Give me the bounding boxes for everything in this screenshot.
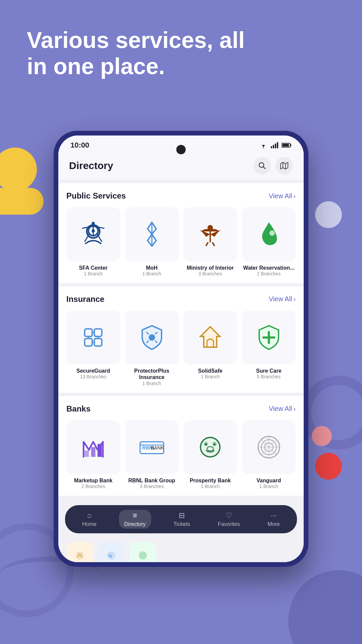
peek-item-3[interactable] <box>129 542 156 562</box>
ministry-icon <box>194 218 226 250</box>
decorative-circle-bottom-right <box>288 570 362 644</box>
search-button[interactable] <box>253 157 271 174</box>
service-item-solidsafe[interactable]: SolidSafe 1 Branch <box>183 311 237 386</box>
service-item-sure-care[interactable]: Sure Care 5 Branches <box>242 311 296 386</box>
moh-icon <box>136 218 168 250</box>
app-header: Directory <box>58 152 304 180</box>
vanguard-branches: 1 Branch <box>259 484 278 489</box>
solidsafe-branches: 1 Branch <box>201 374 220 379</box>
rbnl-icon: RBNL BANK <box>136 431 168 463</box>
nav-item-directory[interactable]: ≡ Directory <box>119 510 151 529</box>
service-item-protectorplus[interactable]: ProtectorPlus Insurance 1 Branch <box>125 311 179 386</box>
ministry-name: Ministry of Interior <box>187 265 234 271</box>
solidsafe-icon <box>194 321 226 354</box>
marketup-branches: 2 Branches <box>81 484 105 489</box>
service-item-secureguard[interactable]: SecureGuard 13 Branches <box>66 311 120 386</box>
marketup-icon <box>77 431 109 463</box>
svg-point-43 <box>200 437 220 457</box>
status-bar: 10:00 <box>58 136 304 152</box>
sure-care-name: Sure Care <box>256 368 282 374</box>
svg-point-20 <box>269 230 275 236</box>
service-item-vanguard[interactable]: Vanguard 1 Branch <box>242 420 296 489</box>
more-label: More <box>267 521 280 527</box>
svg-rect-36 <box>85 450 89 457</box>
scroll-content: Public Services View All › <box>58 180 304 502</box>
banks-view-all[interactable]: View All › <box>269 405 296 413</box>
peek-item-1[interactable] <box>66 542 93 562</box>
rbnl-name: RBNL Bank Group <box>128 477 175 484</box>
svg-point-47 <box>214 443 216 445</box>
service-item-rbnl[interactable]: RBNL BANK RBNL Bank Group 3 Branches <box>125 420 179 489</box>
svg-rect-37 <box>91 447 96 457</box>
home-label: Home <box>82 521 97 527</box>
decorative-ring <box>302 376 362 449</box>
peek-item-2[interactable]: iQ <box>98 542 125 562</box>
more-icon: ··· <box>270 511 277 520</box>
service-item-sfa-center[interactable]: SFA Center 1 Branch <box>66 207 120 276</box>
service-item-water[interactable]: Water Reservation... 2 Branches <box>242 207 296 276</box>
status-icons <box>259 142 292 148</box>
svg-point-56 <box>76 551 84 559</box>
prosperity-branches: 1 Branch <box>201 484 220 489</box>
banks-section: Banks View All › <box>58 396 304 496</box>
service-item-prosperity[interactable]: Prosperity Bank 1 Branch <box>183 420 237 489</box>
sfa-center-branches: 1 Branch <box>84 271 103 276</box>
signal-icon <box>271 142 278 148</box>
sfa-center-icon <box>77 218 109 250</box>
protectorplus-name: ProtectorPlus Insurance <box>125 368 179 380</box>
decorative-dot-pink <box>312 426 332 446</box>
moh-branches: 1 Branch <box>142 271 161 276</box>
sure-care-icon-wrapper <box>242 311 296 365</box>
search-icon <box>258 162 266 170</box>
public-services-section: Public Services View All › <box>58 183 304 283</box>
moh-name: MoH <box>146 265 158 271</box>
protectorplus-icon <box>136 321 168 354</box>
wifi-icon <box>259 142 267 148</box>
solidsafe-name: SolidSafe <box>198 368 223 374</box>
nav-item-tickets[interactable]: ⊟ Tickets <box>168 510 195 529</box>
sure-care-branches: 5 Branches <box>257 374 281 379</box>
svg-rect-24 <box>94 338 102 346</box>
public-services-view-all[interactable]: View All › <box>269 192 296 200</box>
service-item-marketup[interactable]: Marketup Bank 2 Branches <box>66 420 120 489</box>
bottom-peek: iQ <box>58 539 304 562</box>
camera-notch <box>176 145 186 154</box>
rbnl-icon-wrapper: RBNL BANK <box>125 420 179 474</box>
svg-rect-38 <box>98 444 102 457</box>
protectorplus-branches: 1 Branch <box>142 381 161 386</box>
secureguard-icon-wrapper <box>66 311 120 365</box>
water-icon <box>253 218 285 250</box>
banks-title: Banks <box>66 404 90 414</box>
decorative-circle-white <box>315 201 342 228</box>
svg-text:iQ: iQ <box>109 554 112 557</box>
map-button[interactable] <box>276 157 293 174</box>
decorative-dot-red <box>315 453 342 480</box>
nav-item-more[interactable]: ··· More <box>262 510 285 529</box>
service-item-moh[interactable]: MoH 1 Branch <box>125 207 179 276</box>
public-services-grid: SFA Center 1 Branch MoH <box>66 207 296 276</box>
app-title: Directory <box>69 160 113 171</box>
prosperity-name: Prosperity Bank <box>190 477 231 484</box>
protectorplus-icon-wrapper <box>125 311 179 365</box>
svg-rect-7 <box>282 144 289 147</box>
hero-text: Various services, all in one place. <box>27 27 261 79</box>
phone-screen: 10:00 <box>58 136 304 562</box>
prosperity-icon <box>194 431 226 463</box>
bottom-nav: ⌂ Home ≡ Directory ⊟ Tickets ♡ Favorites… <box>65 505 297 533</box>
favorites-label: Favorites <box>218 521 240 527</box>
svg-point-46 <box>205 443 207 445</box>
svg-rect-21 <box>85 329 92 336</box>
marketup-icon-wrapper <box>66 420 120 474</box>
service-item-ministry[interactable]: Ministry of Interior 3 Branches <box>183 207 237 276</box>
vanguard-name: Vanguard <box>256 477 281 484</box>
svg-rect-3 <box>275 144 276 148</box>
map-icon <box>280 162 288 170</box>
nav-item-favorites[interactable]: ♡ Favorites <box>213 510 245 529</box>
marketup-name: Marketup Bank <box>74 477 113 484</box>
phone-frame: 10:00 <box>54 131 308 567</box>
insurance-view-all[interactable]: View All › <box>269 295 296 303</box>
secureguard-icon <box>77 321 109 354</box>
nav-item-home[interactable]: ⌂ Home <box>77 510 102 529</box>
svg-point-14 <box>92 222 95 225</box>
svg-point-29 <box>148 334 155 340</box>
